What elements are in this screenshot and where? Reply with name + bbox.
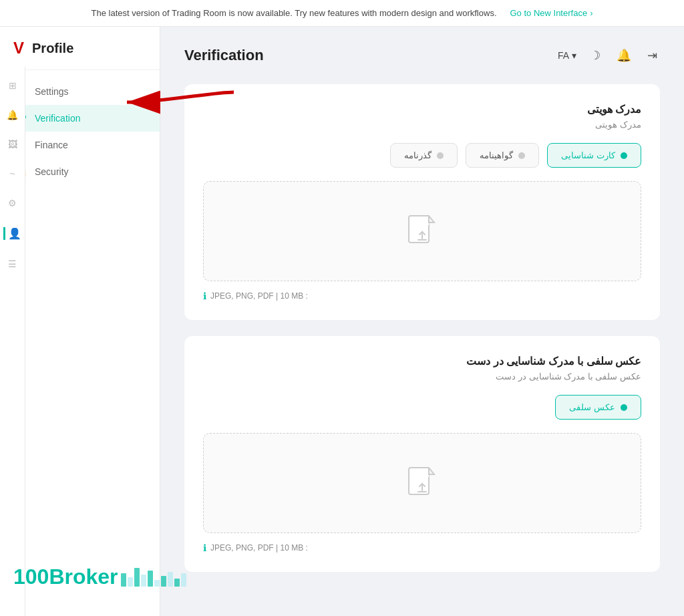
selfie-upload-hint: ℹ JPEG, PNG, PDF | 10 MB : [203,543,641,553]
theme-toggle-button[interactable]: ☽ [587,45,603,65]
selfie-upload-area[interactable] [203,433,641,533]
chart-bar-3 [134,568,140,587]
banner-message: The latest version of Trading Room is no… [92,8,497,18]
selfie-section-title: عکس سلفی با مدرک شناسایی در دست [203,355,641,367]
id-card-tab-dot [621,152,627,159]
watermark-text: 100Broker [13,565,118,589]
chart-bar-8 [168,572,173,587]
list-rail-icon[interactable]: ☰ [8,259,17,269]
chart-bar-9 [174,579,180,587]
selfie-section: عکس سلفی با مدرک شناسایی در دست عکس سلفی… [184,336,660,572]
chevron-down-icon: ▾ [572,50,576,61]
chart-bar-1 [121,573,126,587]
selfie-doc-tabs: عکس سلفی [203,395,641,420]
sidebar: V Profile ⚙ Settings 🛡 Verification ⚙ Fi… [0,27,160,616]
page-title: Verification [184,47,264,64]
sidebar-title: Profile [32,41,73,56]
go-new-interface-link[interactable]: Go to New Interface › [510,8,593,18]
identity-section-subtitle: مدرک هویتی [203,120,641,130]
info-icon-2: ℹ [203,543,206,553]
photo-rail-icon[interactable]: 🖼 [8,139,17,150]
selfie-section-subtitle: عکس سلفی با مدرک شناسایی در دست [203,371,641,381]
chart-bar-5 [148,571,153,587]
notification-rail-icon[interactable]: 🔔 [7,110,18,120]
license-tab-dot [518,152,525,159]
identity-doc-tabs: گذرنامه گواهینامه کارت شناسایی [203,143,641,168]
settings-rail-icon[interactable]: ⚙ [8,198,17,208]
header-actions: FA ▾ ☽ 🔔 ⇥ [558,45,660,65]
user-rail-icon[interactable]: 👤 [3,227,21,240]
chart-bar-10 [181,573,186,587]
license-tab[interactable]: گواهینامه [466,143,539,168]
notification-bell-button[interactable]: 🔔 [614,45,634,65]
selfie-tab[interactable]: عکس سلفی [555,395,641,420]
identity-section: مدرک هویتی مدرک هویتی گذرنامه گواهینامه … [184,84,660,320]
passport-tab-dot [437,152,444,159]
grid-icon[interactable]: ⊞ [9,80,17,91]
upload-selfie-icon [407,466,437,500]
watermark-chart [121,568,186,587]
activity-rail-icon[interactable]: ~ [9,168,15,179]
id-card-tab[interactable]: کارت شناسایی [547,143,641,168]
upload-file-icon [407,214,437,248]
svg-rect-1 [414,216,429,225]
passport-tab[interactable]: گذرنامه [390,143,458,168]
identity-section-title: مدرک هویتی [203,103,641,116]
logo-icon: V [13,39,24,57]
chart-bar-2 [128,577,133,587]
chart-bar-7 [161,576,166,587]
language-selector[interactable]: FA ▾ [558,50,576,61]
selfie-tab-dot [621,404,627,411]
sidebar-header: V Profile [0,27,160,70]
identity-upload-area[interactable] [203,181,641,281]
chart-bar-4 [141,575,146,587]
top-banner: The latest version of Trading Room is no… [0,0,684,27]
chart-bar-6 [154,580,160,587]
main-content: Verification FA ▾ ☽ 🔔 ⇥ مدرک هویتی مدرک … [160,27,684,616]
watermark: 100Broker [13,565,186,589]
page-header: Verification FA ▾ ☽ 🔔 ⇥ [184,45,660,65]
svg-rect-5 [414,468,429,477]
identity-upload-hint: ℹ JPEG, PNG, PDF | 10 MB : [203,291,641,301]
info-icon: ℹ [203,291,206,301]
logout-button[interactable]: ⇥ [645,45,660,65]
